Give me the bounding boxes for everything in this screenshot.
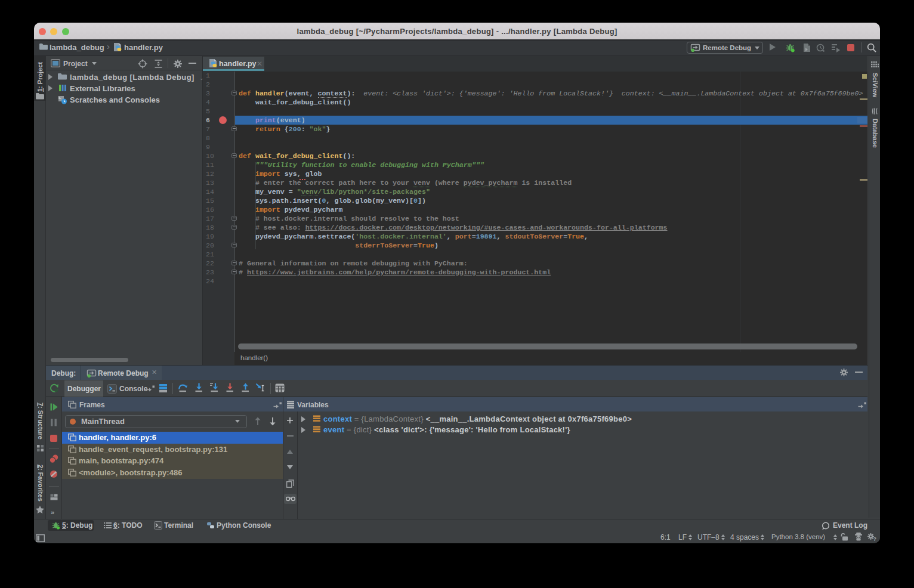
svg-text:?: ?: [873, 536, 877, 541]
